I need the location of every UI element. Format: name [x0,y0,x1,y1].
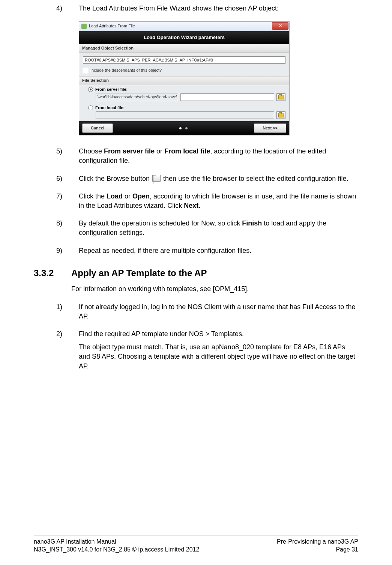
section-managed-object: Managed Object Selection [79,44,289,53]
browse-local-button[interactable] [276,111,285,119]
window-title: Load Attributes From File [89,23,135,29]
footer-right: Pre-Provisioning a nano3G AP Page 31 [277,538,358,554]
step-number: 2) [56,329,79,371]
close-button[interactable]: ✕ [272,22,288,30]
next-button[interactable]: Next >> [254,123,286,133]
step-text: If not already logged in, log in to the … [79,302,358,321]
step-b2: 2) Find the required AP template under N… [34,329,358,371]
section-title: Apply an AP Template to the AP [71,268,207,278]
include-descendants-checkbox[interactable] [83,68,88,73]
folder-open-icon [278,95,284,99]
wizard-footer: Cancel Next >> [79,121,289,135]
object-path-input[interactable] [83,56,285,64]
step-4: 4) The Load Attributes From File Wizard … [34,4,358,13]
step-text: The Load Attributes From File Wizard sho… [79,4,358,13]
section-intro: For information on working with template… [71,284,358,294]
step-text: Click the Load or Open, according to whi… [79,192,358,210]
step-text: Choose From server file or From local fi… [79,147,358,165]
from-server-label: From server file: [95,87,128,92]
app-icon [81,24,87,29]
from-local-label: From local file: [95,105,125,111]
step-b1: 1) If not already logged in, log in to t… [34,302,358,321]
step-text: Find the required AP template under NOS … [79,329,358,371]
server-path-field[interactable]: \war\lib\ipaccess\data\sched-ops\load-sa… [96,93,178,101]
step-number: 1) [56,302,79,321]
wizard-header: Load Operation Wizard parameters [79,31,289,44]
section-file-selection: File Selection [79,76,289,85]
include-descendants-label: Include the descendants of this object? [90,68,162,73]
wizard-titlebar: Load Attributes From File ✕ [79,22,289,31]
step-number: 7) [56,192,79,210]
page-footer: nano3G AP Installation Manual N3G_INST_3… [34,535,358,554]
step-number: 6) [56,174,79,183]
step-7: 7) Click the Load or Open, according to … [34,192,358,210]
step-8: 8) By default the operation is scheduled… [34,219,358,237]
step-text: Click the Browse button then use the fil… [79,174,358,183]
wizard-screenshot: Load Attributes From File ✕ Load Operati… [79,21,358,135]
step-number: 9) [56,246,79,255]
step-number: 4) [56,4,79,13]
step-dot [179,127,182,129]
section-number: 3.3.2 [34,267,71,279]
wizard-body: Managed Object Selection Include the des… [79,44,289,121]
folder-open-icon [153,176,153,184]
browse-icon [152,175,161,182]
step-text: By default the operation is scheduled fo… [79,219,358,237]
step-text: Repeat as needed, if there are multiple … [79,246,358,255]
server-file-input[interactable] [180,93,274,101]
cancel-button[interactable]: Cancel [82,123,113,133]
step-dot [185,127,188,129]
local-file-input[interactable] [96,111,274,119]
wizard-window: Load Attributes From File ✕ Load Operati… [79,21,290,135]
step-9: 9) Repeat as needed, if there are multip… [34,246,358,255]
footer-left: nano3G AP Installation Manual N3G_INST_3… [34,538,199,554]
step-note: The object type must match. That is, use… [79,343,358,371]
from-server-radio[interactable] [88,87,93,92]
from-local-radio[interactable] [88,105,93,110]
step-6: 6) Click the Browse button then use the … [34,174,358,183]
step-5: 5) Choose From server file or From local… [34,147,358,165]
wizard-step-dots [179,127,188,129]
step-number: 5) [56,147,79,165]
step-number: 8) [56,219,79,237]
folder-open-icon [278,113,284,117]
section-heading: 3.3.2Apply an AP Template to the AP [34,267,358,279]
browse-server-button[interactable] [276,93,285,101]
